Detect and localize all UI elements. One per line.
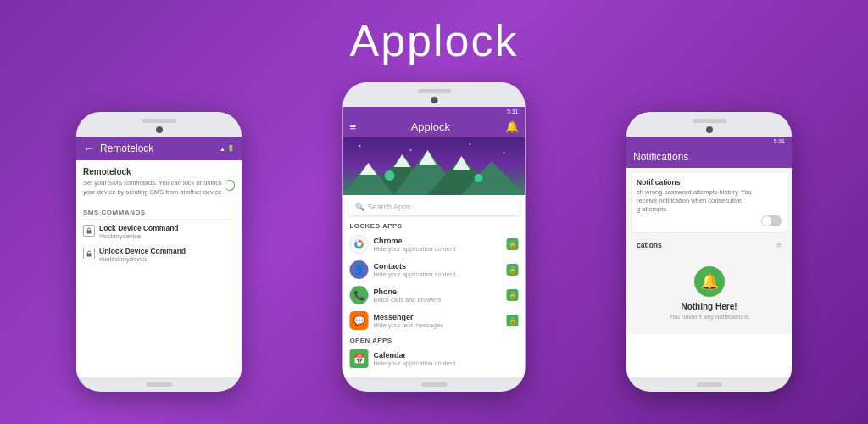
lock-command-text: Lock Device Command #lockmydevice [99, 224, 179, 240]
search-bar[interactable]: 🔍 Search Apps.. [348, 198, 520, 215]
lock-command-title: Lock Device Command [99, 224, 179, 232]
bell-icon[interactable]: 🔔 [505, 120, 519, 133]
svg-point-4 [470, 143, 471, 145]
chrome-app-name: Chrome [374, 237, 502, 245]
lock-command-icon [83, 225, 95, 237]
svg-point-5 [504, 152, 505, 153]
status-icons-left: ▲ 🔋 [220, 145, 235, 152]
notif-card-attempts: Notifications ch wrong password attempts… [632, 173, 787, 232]
remotelock-header: ← Remotelock ▲ 🔋 [76, 137, 242, 160]
phone-camera-center [431, 97, 437, 103]
applock-header-title: Applock [411, 120, 450, 133]
remotelock-body: Remotelock Set your SMS commands. You ca… [76, 160, 242, 276]
calendar-app-icon: 📅 [350, 349, 369, 368]
svg-rect-1 [87, 254, 92, 257]
signal-icon: ▲ [220, 146, 225, 152]
svg-marker-14 [360, 163, 377, 175]
phone-lock-badge: 🔒 [507, 289, 519, 301]
contacts-app-desc: Hide your application content [374, 271, 502, 278]
svg-point-3 [410, 149, 412, 151]
app-item-contacts[interactable]: 👤 Contacts Hide your application content… [343, 257, 526, 282]
chrome-lock-badge: 🔒 [507, 238, 519, 250]
contacts-lock-badge: 🔒 [507, 264, 519, 276]
notif-toggle-row [637, 215, 782, 226]
messenger-app-text: Messenger Hide your text messages [374, 313, 502, 329]
contacts-app-name: Contacts [374, 262, 502, 271]
svg-point-15 [385, 170, 395, 181]
remotelock-toggle[interactable] [225, 180, 235, 191]
chrome-app-desc: Hide your application content [374, 245, 502, 253]
lock-command-item: Lock Device Command #lockmydevice [83, 224, 235, 240]
phone-app-icon: 📞 [350, 286, 369, 304]
app-item-messenger[interactable]: 💬 Messenger Hide your text messages 🔒 [343, 308, 526, 333]
app-item-calendar[interactable]: 📅 Calendar Hide your application content [343, 346, 526, 371]
phone-app-name: Phone [374, 287, 502, 296]
unlock-command-item: Unlock Device Command #unlockmydevice [83, 247, 235, 263]
search-icon: 🔍 [355, 203, 364, 211]
notif-section-header: cations ≡ [632, 237, 787, 253]
remotelock-toggle-row: Remotelock Set your SMS commands. You ca… [83, 167, 235, 204]
svg-point-19 [357, 243, 361, 247]
notif-card-text1: ch wrong password attempts history. You [637, 188, 782, 197]
contacts-app-text: Contacts Hide your application content [374, 262, 502, 278]
notif-card-title: Notifications [637, 178, 782, 187]
svg-point-2 [359, 145, 361, 147]
mountain-scene [343, 137, 526, 195]
phone-right: 5:31 Notifications Notifications ch wron… [626, 112, 792, 392]
locked-apps-label: Locked Apps [343, 219, 526, 232]
app-item-phone[interactable]: 📞 Phone Block calls and answers 🔒 [343, 282, 526, 308]
right-status-bar: 5:31 [626, 137, 792, 146]
svg-rect-0 [87, 231, 92, 234]
contacts-app-icon: 👤 [350, 260, 369, 279]
screen-left: ← Remotelock ▲ 🔋 Remotelock Set your SMS… [76, 137, 242, 377]
phone-app-desc: Block calls and answers [374, 296, 502, 304]
page-title: Applock [350, 15, 519, 66]
app-item-chrome[interactable]: Chrome Hide your application content 🔒 [343, 232, 526, 257]
applock-header: ≡ Applock 🔔 [343, 116, 526, 137]
phone-camera-left [156, 126, 163, 133]
remotelock-info: Remotelock Set your SMS commands. You ca… [83, 167, 225, 204]
menu-icon[interactable]: ≡ [350, 120, 357, 133]
screen-center: 5:31 ≡ Applock 🔔 [343, 107, 526, 377]
chrome-app-icon [350, 235, 369, 254]
unlock-command-icon [83, 248, 95, 259]
nothing-here-title: Nothing Here! [681, 302, 737, 311]
notif-body: Notifications ch wrong password attempts… [626, 168, 792, 334]
notif-header: Notifications [626, 146, 792, 168]
center-status-bar: 5:31 [343, 107, 526, 116]
remotelock-section-title: Remotelock [83, 167, 225, 176]
svg-marker-13 [453, 156, 470, 170]
sms-commands-label: SMS Commands [83, 209, 235, 220]
chrome-app-text: Chrome Hide your application content [374, 237, 502, 253]
messenger-lock-badge: 🔒 [507, 315, 519, 326]
svg-marker-11 [394, 154, 411, 167]
messenger-app-name: Messenger [374, 313, 502, 321]
calendar-app-name: Calendar [374, 351, 519, 360]
remotelock-header-title: Remotelock [100, 142, 153, 154]
open-apps-label: Open Apps [343, 333, 526, 346]
notif-card-text2: receive notification when consecutive [637, 197, 782, 205]
notif-card-text3: g attempts [637, 205, 782, 214]
calendar-app-text: Calendar Hide your application content [374, 351, 519, 367]
right-status-time: 5:31 [773, 138, 785, 144]
phone-camera-right [706, 126, 713, 133]
back-arrow-icon[interactable]: ← [83, 142, 95, 155]
notif-toggle[interactable] [761, 215, 782, 226]
svg-point-16 [475, 174, 483, 182]
unlock-command-title: Unlock Device Command [99, 247, 186, 255]
lock-command-code: #lockmydevice [99, 232, 179, 240]
notif-lines-icon: ≡ [776, 240, 782, 249]
calendar-app-desc: Hide your application content [374, 360, 519, 367]
phone-center: 5:31 ≡ Applock 🔔 [343, 82, 526, 392]
remotelock-desc: Set your SMS commands. You can lock or u… [83, 179, 225, 197]
phone-left: ← Remotelock ▲ 🔋 Remotelock Set your SMS… [76, 112, 242, 392]
phone-app-text: Phone Block calls and answers [374, 287, 502, 304]
search-placeholder: Search Apps.. [368, 203, 415, 211]
phones-container: ← Remotelock ▲ 🔋 Remotelock Set your SMS… [0, 78, 868, 392]
unlock-command-text: Unlock Device Command #unlockmydevice [99, 247, 186, 263]
nothing-bell-icon: 🔔 [694, 266, 725, 297]
nothing-here-section: 🔔 Nothing Here! You haven't any notifica… [632, 253, 787, 329]
messenger-app-icon: 💬 [350, 311, 369, 330]
screen-right: 5:31 Notifications Notifications ch wron… [626, 137, 792, 377]
unlock-command-code: #unlockmydevice [99, 255, 186, 263]
